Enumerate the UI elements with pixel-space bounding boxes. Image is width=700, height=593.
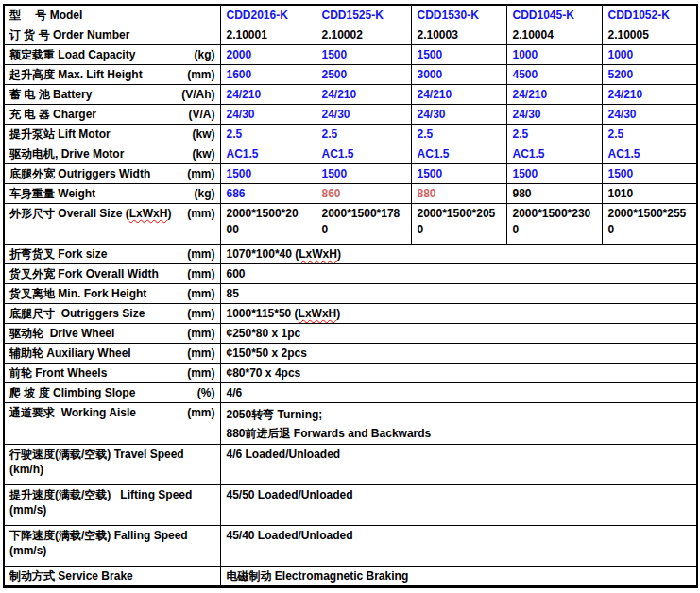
front-wheels-label: 前轮 Front Wheels bbox=[9, 365, 107, 381]
row-working-aisle: 通道要求 Working Aisle(mm) 2050转弯 Turning; 8… bbox=[4, 403, 697, 445]
climbing-slope-unit: (%) bbox=[197, 385, 215, 400]
row-outriggers-width: 底腿外宽 Outriggers Width(mm) 1500 1500 1500… bbox=[4, 164, 697, 184]
weight-value: 880 bbox=[411, 184, 506, 204]
weight-value: 980 bbox=[506, 184, 602, 204]
overall-size-value: 2000*1500*178 0 bbox=[316, 204, 411, 245]
row-falling-speed: 下降速度(满载/空载) Falling Speed (mm/s) 45/40 L… bbox=[4, 526, 697, 567]
model-label-cell: 型 号 Model bbox=[4, 5, 220, 25]
outriggers-size-label-cell: 底腿尺寸 Outriggers Size(mm) bbox=[4, 304, 220, 324]
load-value: 1500 bbox=[316, 45, 411, 65]
overall-size-value: 2000*1500*230 0 bbox=[506, 204, 602, 245]
order-value: 2.10005 bbox=[602, 25, 697, 45]
spellcheck-wavy-text: LxWxH bbox=[299, 307, 337, 320]
lift-height-label-cell: 起升高度 Max. Lift Height(mm) bbox=[4, 65, 220, 85]
weight-label-cell: 车身重量 Weight(kg) bbox=[4, 184, 220, 204]
overall-size-value: 2000*1500*255 0 bbox=[602, 204, 697, 245]
min-fork-height-label-cell: 货叉离地 Min. Fork Height(mm) bbox=[4, 284, 220, 304]
falling-speed-label: 下降速度(满载/空载) Falling Speed (mm/s) bbox=[9, 528, 215, 558]
working-aisle-unit: (mm) bbox=[187, 405, 214, 420]
outriggers-width-label-cell: 底腿外宽 Outriggers Width(mm) bbox=[4, 164, 220, 184]
row-weight: 车身重量 Weight(kg) 686 860 880 980 1010 bbox=[4, 184, 697, 204]
outriggers-size-value: 1000*115*50 (LxWxH) bbox=[220, 304, 697, 324]
fork-width-label-cell: 货叉外宽 Fork Overall Width(mm) bbox=[4, 264, 220, 284]
front-wheels-unit: (mm) bbox=[187, 365, 214, 381]
row-charger: 充 电 器 Charger(V/A) 24/30 24/30 24/30 24/… bbox=[4, 105, 697, 125]
row-lift-motor: 提升泵站 Lift Motor(kw) 2.5 2.5 2.5 2.5 2.5 bbox=[4, 125, 697, 144]
load-value: 1000 bbox=[506, 45, 602, 65]
load-value: 2000 bbox=[220, 45, 316, 65]
order-value: 2.10003 bbox=[411, 25, 506, 45]
spec-table: 型 号 Model CDD2016-K CDD1525-K CDD1530-K … bbox=[3, 4, 698, 588]
load-label: 额定载重 Load Capacity bbox=[9, 47, 135, 62]
min-fork-height-value: 85 bbox=[220, 284, 697, 304]
model-value: CDD1052-K bbox=[602, 5, 697, 25]
model-value: CDD2016-K bbox=[220, 5, 316, 25]
lifting-speed-label-cell: 提升速度(满载/空载) Lifting Speed (mm/s) bbox=[4, 485, 220, 526]
service-brake-label-cell: 制动方式 Service Brake bbox=[4, 567, 220, 587]
lift-height-unit: (mm) bbox=[187, 67, 214, 82]
drive-motor-label-cell: 驱动电机, Drive Motor(kw) bbox=[4, 144, 220, 164]
drive-motor-unit: (kw) bbox=[193, 146, 215, 161]
battery-unit: (V/Ah) bbox=[181, 87, 214, 102]
battery-label-cell: 蓄 电 池 Battery(V/Ah) bbox=[4, 85, 220, 105]
outriggers-width-value: 1500 bbox=[220, 164, 316, 184]
outriggers-width-unit: (mm) bbox=[187, 166, 214, 181]
order-value: 2.10004 bbox=[506, 25, 602, 45]
load-unit: (kg) bbox=[195, 47, 215, 62]
lift-motor-value: 2.5 bbox=[220, 125, 316, 144]
order-value: 2.10001 bbox=[220, 25, 316, 45]
drive-motor-value: AC1.5 bbox=[411, 144, 506, 164]
battery-value: 24/210 bbox=[220, 85, 316, 105]
drive-wheel-unit: (mm) bbox=[187, 326, 214, 341]
lift-motor-value: 2.5 bbox=[411, 125, 506, 144]
overall-size-value: 2000*1500*205 0 bbox=[411, 204, 506, 245]
lift-height-value: 4500 bbox=[506, 65, 602, 85]
row-battery: 蓄 电 池 Battery(V/Ah) 24/210 24/210 24/210… bbox=[4, 85, 697, 105]
overall-size-label-cell: 外形尺寸 Overall Size (LxWxH)(mm) bbox=[4, 204, 220, 245]
model-value: CDD1530-K bbox=[411, 5, 506, 25]
drive-wheel-value: ¢250*80 x 1pc bbox=[220, 324, 697, 344]
working-aisle-value: 2050转弯 Turning; 880前进后退 Forwards and Bac… bbox=[220, 403, 697, 445]
battery-value: 24/210 bbox=[316, 85, 411, 105]
weight-value: 686 bbox=[220, 184, 316, 204]
outriggers-width-value: 1500 bbox=[316, 164, 411, 184]
lift-height-value: 3000 bbox=[411, 65, 506, 85]
battery-value: 24/210 bbox=[602, 85, 697, 105]
service-brake-label: 制动方式 Service Brake bbox=[9, 568, 133, 584]
lift-height-label: 起升高度 Max. Lift Height bbox=[9, 67, 143, 82]
row-service-brake: 制动方式 Service Brake 电磁制动 Electromagnetic … bbox=[4, 567, 697, 587]
row-overall-size: 外形尺寸 Overall Size (LxWxH)(mm) 2000*1500*… bbox=[4, 204, 697, 245]
lift-motor-value: 2.5 bbox=[316, 125, 411, 144]
drive-motor-value: AC1.5 bbox=[506, 144, 602, 164]
model-value: CDD1525-K bbox=[316, 5, 411, 25]
lift-motor-label: 提升泵站 Lift Motor bbox=[9, 127, 111, 142]
lift-height-value: 5200 bbox=[602, 65, 697, 85]
row-lift-height: 起升高度 Max. Lift Height(mm) 1600 2500 3000… bbox=[4, 65, 697, 85]
row-model: 型 号 Model CDD2016-K CDD1525-K CDD1530-K … bbox=[4, 5, 697, 25]
front-wheels-label-cell: 前轮 Front Wheels(mm) bbox=[4, 364, 220, 383]
climbing-slope-value: 4/6 bbox=[220, 383, 697, 403]
outriggers-width-value: 1500 bbox=[602, 164, 697, 184]
charger-label: 充 电 器 Charger bbox=[9, 107, 96, 122]
battery-value: 24/210 bbox=[411, 85, 506, 105]
weight-value: 1010 bbox=[602, 184, 697, 204]
drive-motor-value: AC1.5 bbox=[316, 144, 411, 164]
charger-value: 24/30 bbox=[316, 105, 411, 125]
charger-unit: (V/A) bbox=[189, 107, 215, 122]
lifting-speed-label: 提升速度(满载/空载) Lifting Speed (mm/s) bbox=[9, 487, 215, 517]
weight-value: 860 bbox=[316, 184, 411, 204]
climbing-slope-label: 爬 坡 度 Climbing Slope bbox=[9, 385, 135, 400]
outriggers-width-value: 1500 bbox=[411, 164, 506, 184]
order-label-cell: 订 货 号 Order Number bbox=[4, 25, 220, 45]
order-value: 2.10002 bbox=[316, 25, 411, 45]
falling-speed-value: 45/40 Loaded/Unloaded bbox=[220, 526, 697, 567]
overall-size-value: 2000*1500*20 00 bbox=[220, 204, 316, 245]
fork-width-unit: (mm) bbox=[187, 266, 214, 281]
travel-speed-label: 行驶速度(满载/空载) Travel Speed (km/h) bbox=[9, 447, 215, 477]
row-drive-motor: 驱动电机, Drive Motor(kw) AC1.5 AC1.5 AC1.5 … bbox=[4, 144, 697, 164]
row-climbing-slope: 爬 坡 度 Climbing Slope(%) 4/6 bbox=[4, 383, 697, 403]
climbing-slope-label-cell: 爬 坡 度 Climbing Slope(%) bbox=[4, 383, 220, 403]
spellcheck-wavy-text: LxWxH bbox=[129, 207, 168, 220]
fork-size-label-cell: 折弯货叉 Fork size(mm) bbox=[4, 245, 220, 264]
row-fork-size: 折弯货叉 Fork size(mm) 1070*100*40 (LxWxH) bbox=[4, 245, 697, 264]
